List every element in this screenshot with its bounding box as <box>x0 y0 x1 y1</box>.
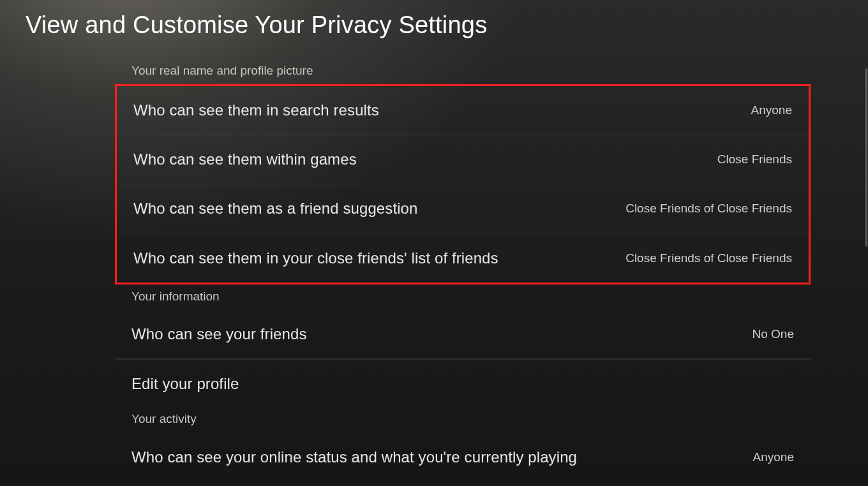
row-value: Anyone <box>751 103 792 117</box>
row-label: Who can see them within games <box>133 151 357 168</box>
row-value: Anyone <box>753 450 794 464</box>
row-see-as-suggestion[interactable]: Who can see them as a friend suggestion … <box>117 184 809 233</box>
section-header-your-information: Your information <box>115 286 811 310</box>
row-online-status[interactable]: Who can see your online status and what … <box>115 432 811 482</box>
settings-content: Your real name and profile picture Who c… <box>115 64 811 482</box>
row-edit-profile[interactable]: Edit your profile <box>115 359 811 408</box>
row-value: Close Friends of Close Friends <box>625 251 792 265</box>
row-value: Close Friends of Close Friends <box>625 202 792 216</box>
scrollbar-thumb[interactable] <box>865 68 867 247</box>
row-value: No One <box>752 327 794 341</box>
row-see-in-games[interactable]: Who can see them within games Close Frie… <box>117 135 809 184</box>
row-label: Who can see them in search results <box>133 101 379 119</box>
row-see-in-search[interactable]: Who can see them in search results Anyon… <box>117 86 809 135</box>
row-label: Who can see them in your close friends' … <box>133 249 498 267</box>
page-title: View and Customise Your Privacy Settings <box>26 11 487 39</box>
section-header-real-name: Your real name and profile picture <box>115 64 811 84</box>
highlighted-group: Who can see them in search results Anyon… <box>115 84 811 284</box>
row-label: Who can see your friends <box>131 325 307 343</box>
row-label: Who can see your online status and what … <box>131 448 577 466</box>
row-who-can-see-friends[interactable]: Who can see your friends No One <box>115 310 811 359</box>
row-label: Who can see them as a friend suggestion <box>133 200 418 217</box>
row-label: Edit your profile <box>131 375 239 393</box>
row-value: Close Friends <box>717 152 792 166</box>
privacy-settings-screen: View and Customise Your Privacy Settings… <box>0 0 868 486</box>
section-header-your-activity: Your activity <box>115 408 811 432</box>
row-see-in-close-friends-list[interactable]: Who can see them in your close friends' … <box>117 233 809 283</box>
